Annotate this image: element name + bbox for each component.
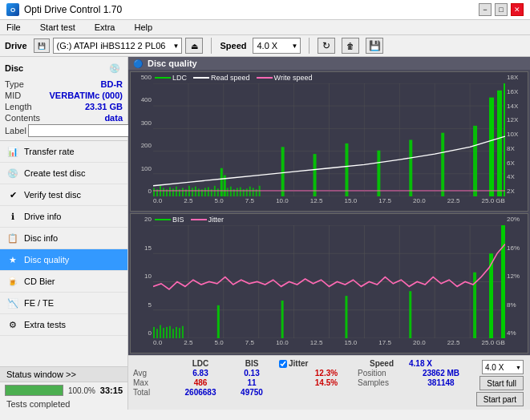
sidebar-item-disc-info[interactable]: 📋 Disc info [0,228,127,249]
sidebar-item-verify-test-disc[interactable]: ✔ Verify test disc [0,184,127,206]
start-full-button[interactable]: Start full [479,376,524,390]
svg-rect-82 [176,327,177,338]
status-message: Tests completed [0,398,127,410]
bottom-chart-y-left: 20 15 10 5 0 [131,214,153,337]
sidebar-item-cd-bier[interactable]: 🍺 CD Bier [0,271,127,293]
sidebar-icon-cd-bier: 🍺 [6,275,19,288]
samples-value: 381148 [409,378,473,387]
sidebar-item-fe-te[interactable]: 📉 FE / TE [0,293,127,314]
stats-speed-dropdown[interactable]: 4.0 X [482,360,524,374]
sidebar-item-disc-quality[interactable]: ★ Disc quality [0,249,127,271]
sidebar-item-drive-info[interactable]: ℹ Drive info [0,206,127,228]
sidebar-icon-create-test-disc: 💿 [6,167,19,180]
charts-area: LDC Read speed Write speed 500 400 300 [128,70,530,355]
speed-result-value: 4.18 X [409,359,473,368]
stats-area: LDC BIS Jitter Speed 4.18 X Avg 6.83 0.1… [128,355,530,410]
disc-quality-header: 🔵 Disc quality [128,57,530,70]
disc-mid-label: MID [5,91,21,100]
sidebar-item-extra-tests[interactable]: ⚙ Extra tests [0,314,127,336]
speed-button-group: 4.0 X Start full Start part [476,360,524,406]
sidebar-label-disc-quality: Disc quality [24,255,69,265]
disc-label-input[interactable] [28,124,135,137]
svg-rect-84 [182,326,184,338]
sidebar-label-disc-info: Disc info [24,233,58,243]
max-bis: 11 [228,378,276,387]
menu-help[interactable]: Help [131,22,156,33]
erase-button[interactable]: 🗑 [342,38,359,54]
app-icon: O [6,3,19,16]
sidebar-item-transfer-rate[interactable]: 📊 Transfer rate [0,141,127,163]
max-label: Max [133,378,173,387]
disc-length-value: 23.31 GB [85,102,123,111]
svg-rect-75 [153,327,155,338]
menu-file[interactable]: File [3,22,24,33]
minimize-button[interactable]: − [479,3,492,16]
bottom-chart-legend: BIS Jitter [155,216,224,224]
top-chart-svg [153,83,505,196]
disc-mid-value: VERBATIMc (000) [50,91,123,100]
status-bar: Status window >> 100.0% 33:15 Tests comp… [0,366,127,410]
progress-text: 100.0% [68,386,95,395]
disc-eject-icon[interactable]: 💿 [107,60,123,76]
disc-mid-row: MID VERBATIMc (000) [5,91,123,100]
menu-extra[interactable]: Extra [91,22,119,33]
progress-bar [5,385,63,396]
svg-rect-22 [172,188,174,196]
toolbar-separator-1 [211,38,212,54]
sidebar-item-create-test-disc[interactable]: 💿 Create test disc [0,163,127,184]
avg-jitter: 12.3% [298,369,354,378]
svg-rect-51 [314,154,317,196]
speed-dropdown[interactable]: 4.0 X [253,38,301,54]
save-button[interactable]: 💾 [366,38,383,54]
eject-button[interactable]: ⏏ [185,38,203,54]
menu-start-test[interactable]: Start test [37,22,79,33]
disc-quality-icon: 🔵 [133,59,143,68]
sidebar-label-transfer-rate: Transfer rate [24,147,75,156]
main-area: Disc 💿 Type BD-R MID VERBATIMc (000) Len… [0,57,530,410]
status-window-button[interactable]: Status window >> [0,367,127,382]
window-controls[interactable]: − □ ✕ [479,3,524,16]
top-chart-plot [153,83,505,196]
disc-label-key: Label [5,126,26,135]
svg-rect-23 [176,187,177,196]
sidebar-icon-disc-quality: ★ [6,253,19,266]
close-button[interactable]: ✕ [511,3,524,16]
refresh-button[interactable]: ↻ [318,38,335,54]
svg-rect-80 [169,326,171,338]
svg-rect-83 [179,328,180,338]
sidebar-icon-drive-info: ℹ [6,210,19,223]
write-speed-color [257,77,273,79]
bottom-chart-plot [153,225,505,338]
sidebar-icon-transfer-rate: 📊 [6,145,19,158]
jitter-checkbox[interactable] [279,360,287,368]
sidebar-label-drive-info: Drive info [24,212,61,221]
svg-rect-88 [409,291,411,338]
speed-label: Speed [220,41,246,50]
svg-rect-45 [246,188,248,196]
drive-dropdown[interactable]: (G:) ATAPI iHBS112 2 PL06 [53,38,183,54]
sidebar-menu: 📊 Transfer rate 💿 Create test disc ✔ Ver… [0,141,127,366]
svg-rect-81 [172,329,174,338]
maximize-button[interactable]: □ [495,3,508,16]
total-label: Total [133,388,173,397]
sidebar: Disc 💿 Type BD-R MID VERBATIMc (000) Len… [0,57,128,410]
disc-contents-value: data [104,113,123,123]
legend-write-speed: Write speed [257,74,313,82]
avg-ldc: 6.83 [176,369,225,378]
svg-rect-39 [227,188,229,196]
start-part-button[interactable]: Start part [476,392,524,406]
disc-label-row: Label ✏ [5,124,123,137]
jitter-header-label: Jitter [289,359,308,368]
drive-label: Drive [5,41,27,50]
svg-rect-59 [504,83,505,196]
svg-rect-85 [217,305,220,338]
svg-rect-86 [281,301,284,338]
svg-rect-76 [156,329,158,338]
jitter-checkbox-cell[interactable]: Jitter [279,359,354,368]
ldc-color [155,77,171,79]
disc-contents-row: Contents data [5,113,123,123]
top-chart-y-left: 500 400 300 200 100 0 [131,72,153,195]
total-ldc: 2606683 [176,388,225,397]
stats-speed-header: Speed [358,359,406,368]
disc-length-label: Length [5,102,32,111]
